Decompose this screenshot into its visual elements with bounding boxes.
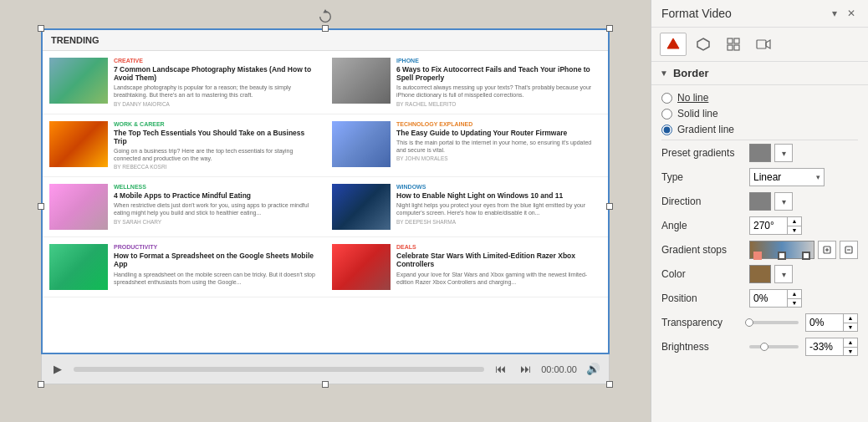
article-thumb [49, 58, 108, 104]
position-decrement[interactable]: ▼ [788, 299, 801, 308]
angle-spinner: 270° ▲ ▼ [749, 216, 802, 235]
volume-button[interactable]: 🔊 [584, 360, 602, 379]
gradient-remove-stop-button[interactable] [840, 241, 858, 259]
resize-handle-top-right[interactable] [606, 25, 613, 32]
collapse-panel-button[interactable]: ▾ [828, 7, 841, 20]
tab-fill[interactable] [660, 33, 687, 56]
article-content: PRODUCTIVITY How to Format a Spreadsheet… [114, 244, 319, 290]
direction-color[interactable] [749, 192, 771, 211]
article-title: How to Format a Spreadsheet on the Googl… [114, 252, 319, 268]
brightness-decrement[interactable]: ▼ [844, 348, 857, 356]
article-category: CREATIVE [114, 58, 319, 64]
progress-bar[interactable] [74, 367, 484, 372]
thumbnail-nightlight [332, 184, 391, 230]
resize-handle-middle-left[interactable] [38, 203, 44, 210]
color-dropdown[interactable]: ▾ [774, 265, 793, 283]
resize-handle-bottom-center[interactable] [322, 381, 329, 388]
no-line-label: No line [677, 92, 708, 104]
gradient-bar[interactable] [749, 241, 814, 259]
border-section-header[interactable]: ▼ Border [651, 62, 868, 85]
transparency-increment[interactable]: ▲ [844, 314, 857, 323]
angle-control: 270° ▲ ▼ [749, 216, 858, 235]
transparency-spinner: 0% ▲ ▼ [805, 313, 858, 332]
tab-effects[interactable] [720, 33, 747, 56]
transparency-decrement[interactable]: ▼ [844, 323, 857, 332]
brightness-increment[interactable]: ▲ [844, 338, 857, 348]
resize-handle-bottom-right[interactable] [606, 381, 613, 388]
brightness-slider-track[interactable] [749, 345, 799, 348]
resize-handle-top-left[interactable] [38, 25, 44, 32]
position-increment[interactable]: ▲ [788, 290, 801, 299]
article-item: IPHONE 6 Ways to Fix Autocorrect Fails a… [325, 51, 608, 114]
article-desc: Going on a business trip? Here are the t… [114, 147, 319, 162]
preset-gradient-color[interactable] [749, 144, 771, 162]
article-content: IPHONE 6 Ways to Fix Autocorrect Fails a… [396, 58, 601, 107]
gradient-line-radio[interactable] [661, 125, 672, 135]
trending-header: TRENDING [43, 30, 608, 51]
thumbnail-tech [49, 121, 108, 167]
brightness-slider-thumb[interactable] [760, 343, 768, 351]
close-panel-button[interactable]: ✕ [845, 7, 858, 20]
direction-label: Direction [661, 196, 749, 207]
article-desc: Handling a spreadsheet on the mobile scr… [114, 271, 319, 286]
article-item: PRODUCTIVITY How to Format a Spreadsheet… [43, 237, 325, 297]
tab-video[interactable] [750, 33, 777, 56]
type-select-arrow: ▾ [816, 173, 820, 181]
transparency-slider-track[interactable] [749, 321, 799, 324]
brightness-spinner-arrows: ▲ ▼ [843, 338, 858, 356]
gradient-stop-handle-1[interactable] [753, 252, 762, 260]
article-desc: Is autocorrect always messing up your te… [396, 84, 601, 99]
type-select[interactable]: Linear ▾ [749, 168, 825, 186]
gradient-add-stop-button[interactable] [818, 241, 836, 259]
no-line-radio[interactable] [661, 93, 672, 104]
resize-handle-top-center[interactable] [322, 25, 329, 32]
resize-handle-middle-right[interactable] [606, 203, 613, 210]
transparency-label: Transparency [661, 317, 749, 328]
shape-icon [696, 37, 711, 52]
thumbnail-landscape [49, 58, 108, 104]
rotation-handle[interactable] [317, 8, 334, 25]
article-thumb [332, 184, 391, 230]
brightness-value: -33% [805, 338, 843, 356]
article-category: IPHONE [396, 58, 601, 64]
brightness-spinner: -33% ▲ ▼ [805, 338, 858, 356]
brightness-row: Brightness -33% ▲ ▼ [661, 338, 858, 356]
tab-shape[interactable] [690, 33, 717, 56]
preset-gradient-dropdown[interactable]: ▾ [774, 144, 793, 162]
color-label: Color [661, 268, 749, 280]
remove-stop-icon [844, 245, 854, 255]
svg-rect-3 [728, 38, 733, 43]
position-value: 0% [749, 289, 787, 308]
angle-decrement[interactable]: ▼ [788, 226, 801, 235]
article-content: WINDOWS How to Enable Night Light on Win… [396, 184, 601, 230]
solid-line-radio[interactable] [661, 109, 672, 119]
skip-back-button[interactable]: ⏮ [491, 360, 509, 379]
direction-row: Direction ▾ [661, 192, 858, 211]
fill-icon [666, 37, 681, 52]
transparency-slider-thumb[interactable] [745, 318, 753, 327]
color-swatch[interactable] [749, 265, 771, 283]
gradient-stop-handle-2[interactable] [778, 252, 786, 260]
video-area: TRENDING CREATIVE 7 Common Landscape Pho… [0, 0, 651, 422]
gradient-stop-handle-3[interactable] [802, 252, 810, 260]
website-content: TRENDING CREATIVE 7 Common Landscape Pho… [43, 30, 608, 353]
video-frame: TRENDING CREATIVE 7 Common Landscape Pho… [41, 28, 610, 354]
position-row: Position 0% ▲ ▼ [661, 289, 858, 308]
article-item: WELLNESS 4 Mobile Apps to Practice Mindf… [43, 177, 325, 237]
article-content: CREATIVE 7 Common Landscape Photography … [114, 58, 319, 107]
gradient-stops-row: Gradient stops [661, 241, 858, 259]
angle-increment[interactable]: ▲ [788, 217, 801, 226]
thumbnail-apps [49, 184, 108, 230]
panel-title: Format Video [661, 7, 732, 20]
gradient-stops-label: Gradient stops [661, 244, 749, 256]
svg-marker-2 [697, 38, 709, 50]
direction-dropdown[interactable]: ▾ [774, 192, 793, 211]
play-button[interactable]: ▶ [49, 360, 67, 379]
article-title: Celebrate Star Wars With Limited-Edition… [396, 252, 601, 268]
svg-rect-5 [728, 45, 733, 50]
video-controls: ▶ ⏮ ⏭ 00:00.00 🔊 [41, 354, 610, 384]
skip-forward-button[interactable]: ⏭ [516, 360, 534, 379]
resize-handle-bottom-left[interactable] [38, 381, 44, 388]
panel-header: Format Video ▾ ✕ [651, 0, 868, 28]
article-author: BY DEEPESH SHARMA [396, 219, 601, 225]
